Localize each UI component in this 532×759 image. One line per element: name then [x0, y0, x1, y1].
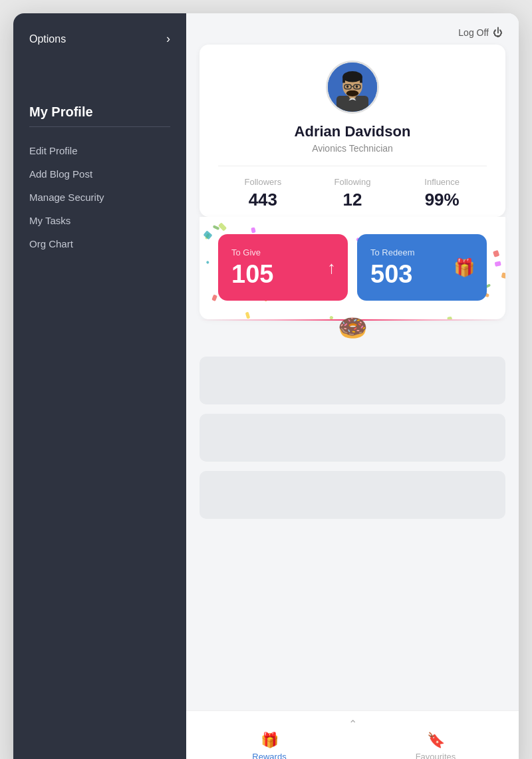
profile-header: Adrian Davidson Avionics Technician	[218, 61, 487, 166]
svg-point-15	[351, 88, 354, 90]
to-give-value: 105	[231, 260, 334, 289]
svg-rect-7	[342, 76, 345, 82]
influence-label: Influence	[397, 177, 487, 187]
sidebar-item-my-tasks[interactable]: My Tasks	[29, 209, 170, 232]
rewards-section: To Give 105 ↑ To Redeem 503 🎁	[200, 217, 505, 319]
reward-cards: To Give 105 ↑ To Redeem 503 🎁	[218, 224, 487, 306]
nav-favourites[interactable]: 🔖 Favourites	[352, 732, 519, 759]
stat-following: Following 12	[308, 177, 398, 210]
confetti-piece	[205, 260, 209, 264]
main-content: Log Off ⏻	[186, 13, 519, 759]
confetti-piece	[501, 273, 505, 279]
svg-point-14	[356, 85, 358, 88]
confetti-piece	[494, 261, 501, 267]
influence-value: 99%	[397, 190, 487, 210]
sidebar-item-manage-security[interactable]: Manage Security	[29, 186, 170, 209]
donut-icon: 🍩	[337, 314, 368, 345]
donut-decoration: 🍩	[186, 314, 519, 345]
profile-name: Adrian Davidson	[295, 123, 411, 140]
sidebar-item-edit-profile[interactable]: Edit Profile	[29, 139, 170, 162]
content-block-3	[200, 471, 505, 519]
to-redeem-card[interactable]: To Redeem 503 🎁	[357, 234, 487, 301]
stats-row: Followers 443 Following 12 Influence 99%	[218, 166, 487, 217]
arrow-up-icon: ↑	[327, 257, 336, 278]
top-bar: Log Off ⏻	[186, 13, 519, 38]
nav-rewards[interactable]: 🎁 Rewards	[186, 732, 352, 759]
svg-point-9	[346, 90, 359, 96]
content-block-1	[200, 357, 505, 404]
stat-influence: Influence 99%	[397, 177, 487, 210]
options-label: Options	[29, 33, 66, 45]
rewards-icon: 🎁	[261, 732, 279, 749]
stat-followers: Followers 443	[218, 177, 308, 210]
power-icon: ⏻	[493, 27, 503, 38]
svg-point-13	[346, 85, 349, 88]
confetti-piece	[203, 231, 212, 240]
sidebar-divider	[29, 126, 170, 127]
to-give-card[interactable]: To Give 105 ↑	[218, 234, 348, 301]
confetti-piece	[493, 250, 500, 257]
sidebar-item-add-blog-post[interactable]: Add Blog Post	[29, 162, 170, 186]
gift-icon: 🎁	[454, 257, 475, 278]
app-container: Options › My Profile Edit ProfileAdd Blo…	[13, 13, 519, 759]
profile-job-title: Avionics Technician	[312, 143, 393, 154]
content-block-2	[200, 414, 505, 462]
to-redeem-label: To Redeem	[370, 247, 473, 257]
influence-suffix: %	[444, 190, 460, 210]
to-give-label: To Give	[231, 247, 334, 257]
followers-value: 443	[218, 190, 308, 210]
sidebar: Options › My Profile Edit ProfileAdd Blo…	[13, 13, 186, 759]
rewards-nav-label: Rewards	[252, 752, 286, 759]
following-label: Following	[308, 177, 398, 187]
following-value: 12	[308, 190, 398, 210]
confetti-piece	[211, 294, 217, 301]
avatar	[326, 61, 379, 114]
bottom-nav: ⌃ 🎁 Rewards 🔖 Favourites	[186, 710, 519, 759]
svg-point-6	[342, 71, 362, 82]
favourites-icon: 🔖	[427, 732, 445, 749]
profile-card: Adrian Davidson Avionics Technician Foll…	[200, 45, 505, 217]
svg-rect-8	[360, 76, 362, 82]
options-menu[interactable]: Options ›	[13, 13, 186, 65]
sidebar-nav: My Profile Edit ProfileAdd Blog PostMana…	[13, 104, 186, 255]
log-off-button[interactable]: Log Off ⏻	[458, 27, 503, 38]
options-chevron-icon: ›	[166, 32, 170, 46]
content-blocks	[186, 345, 519, 759]
sidebar-section-title: My Profile	[29, 104, 170, 120]
favourites-nav-label: Favourites	[416, 752, 456, 759]
chevron-up-icon: ⌃	[348, 718, 357, 730]
log-off-label: Log Off	[458, 27, 489, 38]
sidebar-item-org-chart[interactable]: Org Chart	[29, 232, 170, 255]
chevron-up-indicator: ⌃	[186, 718, 519, 730]
followers-label: Followers	[218, 177, 308, 187]
sidebar-menu: Edit ProfileAdd Blog PostManage Security…	[29, 139, 170, 255]
confetti-piece	[204, 233, 209, 239]
